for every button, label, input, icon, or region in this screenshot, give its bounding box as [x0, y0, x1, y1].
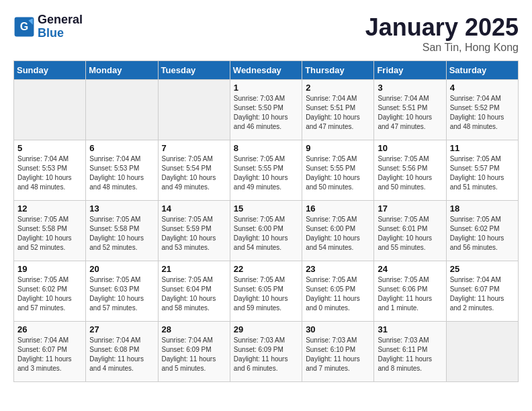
day-number: 2: [306, 83, 370, 93]
calendar-cell: 28Sunrise: 7:04 AM Sunset: 6:09 PM Dayli…: [158, 322, 230, 382]
day-info: Sunrise: 7:04 AM Sunset: 5:51 PM Dayligh…: [378, 94, 442, 132]
calendar-cell: 22Sunrise: 7:05 AM Sunset: 6:05 PM Dayli…: [230, 261, 302, 322]
day-number: 17: [378, 203, 442, 214]
day-info: Sunrise: 7:04 AM Sunset: 6:07 PM Dayligh…: [17, 336, 82, 373]
day-info: Sunrise: 7:05 AM Sunset: 5:54 PM Dayligh…: [162, 154, 226, 192]
day-info: Sunrise: 7:03 AM Sunset: 6:10 PM Dayligh…: [306, 336, 370, 373]
header-wednesday: Wednesday: [230, 61, 302, 80]
day-number: 16: [306, 203, 370, 214]
day-info: Sunrise: 7:05 AM Sunset: 6:00 PM Dayligh…: [306, 215, 370, 253]
calendar-cell: 2Sunrise: 7:04 AM Sunset: 5:51 PM Daylig…: [302, 80, 374, 140]
day-number: 31: [378, 324, 442, 334]
day-info: Sunrise: 7:04 AM Sunset: 6:07 PM Dayligh…: [450, 275, 515, 313]
day-number: 30: [306, 324, 370, 334]
header-friday: Friday: [374, 61, 446, 80]
day-number: 12: [17, 203, 82, 214]
calendar-cell: 31Sunrise: 7:03 AM Sunset: 6:11 PM Dayli…: [374, 322, 446, 382]
calendar-cell: 11Sunrise: 7:05 AM Sunset: 5:57 PM Dayli…: [446, 140, 518, 201]
logo-line1: General: [38, 13, 83, 27]
svg-text:G: G: [20, 21, 28, 32]
day-number: 18: [450, 203, 515, 214]
header-thursday: Thursday: [302, 61, 374, 80]
day-number: 26: [17, 324, 82, 334]
day-info: Sunrise: 7:05 AM Sunset: 6:05 PM Dayligh…: [234, 275, 298, 313]
calendar-cell: 3Sunrise: 7:04 AM Sunset: 5:51 PM Daylig…: [374, 80, 446, 140]
page-header: G General Blue January 2025 San Tin, Hon…: [13, 13, 519, 54]
calendar-cell: 19Sunrise: 7:05 AM Sunset: 6:02 PM Dayli…: [14, 261, 86, 322]
day-info: Sunrise: 7:03 AM Sunset: 6:09 PM Dayligh…: [234, 336, 298, 373]
day-number: 21: [162, 264, 226, 274]
day-info: Sunrise: 7:05 AM Sunset: 6:04 PM Dayligh…: [162, 275, 226, 313]
calendar-cell: [158, 80, 230, 140]
calendar-header-row: SundayMondayTuesdayWednesdayThursdayFrid…: [14, 61, 519, 80]
day-number: 8: [234, 143, 298, 153]
calendar-cell: [446, 322, 518, 382]
day-number: 19: [17, 264, 82, 274]
day-number: 13: [89, 203, 154, 214]
calendar-cell: 25Sunrise: 7:04 AM Sunset: 6:07 PM Dayli…: [446, 261, 518, 322]
calendar-cell: [86, 80, 158, 140]
calendar-cell: 30Sunrise: 7:03 AM Sunset: 6:10 PM Dayli…: [302, 322, 374, 382]
day-info: Sunrise: 7:05 AM Sunset: 5:58 PM Dayligh…: [89, 215, 154, 253]
day-info: Sunrise: 7:05 AM Sunset: 6:00 PM Dayligh…: [234, 215, 298, 253]
logo: G General Blue: [13, 13, 83, 40]
day-number: 3: [378, 83, 442, 93]
day-info: Sunrise: 7:05 AM Sunset: 6:02 PM Dayligh…: [450, 215, 515, 253]
day-number: 15: [234, 203, 298, 214]
calendar-cell: 21Sunrise: 7:05 AM Sunset: 6:04 PM Dayli…: [158, 261, 230, 322]
calendar-week-4: 19Sunrise: 7:05 AM Sunset: 6:02 PM Dayli…: [14, 261, 519, 322]
day-info: Sunrise: 7:05 AM Sunset: 6:05 PM Dayligh…: [306, 275, 370, 313]
day-info: Sunrise: 7:04 AM Sunset: 5:53 PM Dayligh…: [89, 154, 154, 192]
calendar-week-5: 26Sunrise: 7:04 AM Sunset: 6:07 PM Dayli…: [14, 322, 519, 382]
calendar-cell: 1Sunrise: 7:03 AM Sunset: 5:50 PM Daylig…: [230, 80, 302, 140]
title-block: January 2025 San Tin, Hong Kong: [365, 13, 519, 54]
day-info: Sunrise: 7:05 AM Sunset: 5:59 PM Dayligh…: [162, 215, 226, 253]
calendar-cell: 18Sunrise: 7:05 AM Sunset: 6:02 PM Dayli…: [446, 201, 518, 261]
calendar-cell: 16Sunrise: 7:05 AM Sunset: 6:00 PM Dayli…: [302, 201, 374, 261]
day-number: 25: [450, 264, 515, 274]
day-info: Sunrise: 7:05 AM Sunset: 5:58 PM Dayligh…: [17, 215, 82, 253]
day-number: 11: [450, 143, 515, 153]
calendar-cell: [14, 80, 86, 140]
calendar-week-1: 1Sunrise: 7:03 AM Sunset: 5:50 PM Daylig…: [14, 80, 519, 140]
calendar-cell: 7Sunrise: 7:05 AM Sunset: 5:54 PM Daylig…: [158, 140, 230, 201]
day-info: Sunrise: 7:04 AM Sunset: 6:09 PM Dayligh…: [162, 336, 226, 373]
day-info: Sunrise: 7:05 AM Sunset: 6:02 PM Dayligh…: [17, 275, 82, 313]
calendar-cell: 12Sunrise: 7:05 AM Sunset: 5:58 PM Dayli…: [14, 201, 86, 261]
day-info: Sunrise: 7:04 AM Sunset: 6:08 PM Dayligh…: [89, 336, 154, 373]
calendar-cell: 20Sunrise: 7:05 AM Sunset: 6:03 PM Dayli…: [86, 261, 158, 322]
day-number: 23: [306, 264, 370, 274]
day-number: 7: [162, 143, 226, 153]
day-info: Sunrise: 7:04 AM Sunset: 5:52 PM Dayligh…: [450, 94, 515, 132]
calendar-cell: 26Sunrise: 7:04 AM Sunset: 6:07 PM Dayli…: [14, 322, 86, 382]
calendar-cell: 4Sunrise: 7:04 AM Sunset: 5:52 PM Daylig…: [446, 80, 518, 140]
calendar-table: SundayMondayTuesdayWednesdayThursdayFrid…: [13, 60, 519, 382]
calendar-week-3: 12Sunrise: 7:05 AM Sunset: 5:58 PM Dayli…: [14, 201, 519, 261]
day-info: Sunrise: 7:05 AM Sunset: 6:06 PM Dayligh…: [378, 275, 442, 313]
day-info: Sunrise: 7:05 AM Sunset: 5:55 PM Dayligh…: [234, 154, 298, 192]
day-number: 29: [234, 324, 298, 334]
day-info: Sunrise: 7:05 AM Sunset: 6:03 PM Dayligh…: [89, 275, 154, 313]
calendar-cell: 8Sunrise: 7:05 AM Sunset: 5:55 PM Daylig…: [230, 140, 302, 201]
day-info: Sunrise: 7:05 AM Sunset: 5:57 PM Dayligh…: [450, 154, 515, 192]
day-number: 6: [89, 143, 154, 153]
calendar-cell: 17Sunrise: 7:05 AM Sunset: 6:01 PM Dayli…: [374, 201, 446, 261]
calendar-cell: 6Sunrise: 7:04 AM Sunset: 5:53 PM Daylig…: [86, 140, 158, 201]
day-number: 20: [89, 264, 154, 274]
day-info: Sunrise: 7:03 AM Sunset: 5:50 PM Dayligh…: [234, 94, 298, 132]
day-info: Sunrise: 7:04 AM Sunset: 5:51 PM Dayligh…: [306, 94, 370, 132]
calendar-cell: 23Sunrise: 7:05 AM Sunset: 6:05 PM Dayli…: [302, 261, 374, 322]
day-number: 9: [306, 143, 370, 153]
calendar-cell: 24Sunrise: 7:05 AM Sunset: 6:06 PM Dayli…: [374, 261, 446, 322]
day-number: 1: [234, 83, 298, 93]
header-monday: Monday: [86, 61, 158, 80]
calendar-cell: 15Sunrise: 7:05 AM Sunset: 6:00 PM Dayli…: [230, 201, 302, 261]
header-saturday: Saturday: [446, 61, 518, 80]
day-number: 10: [378, 143, 442, 153]
calendar-subtitle: San Tin, Hong Kong: [365, 42, 519, 54]
day-info: Sunrise: 7:03 AM Sunset: 6:11 PM Dayligh…: [378, 336, 442, 373]
calendar-cell: 29Sunrise: 7:03 AM Sunset: 6:09 PM Dayli…: [230, 322, 302, 382]
logo-icon: G: [13, 16, 35, 38]
header-sunday: Sunday: [14, 61, 86, 80]
calendar-week-2: 5Sunrise: 7:04 AM Sunset: 5:53 PM Daylig…: [14, 140, 519, 201]
